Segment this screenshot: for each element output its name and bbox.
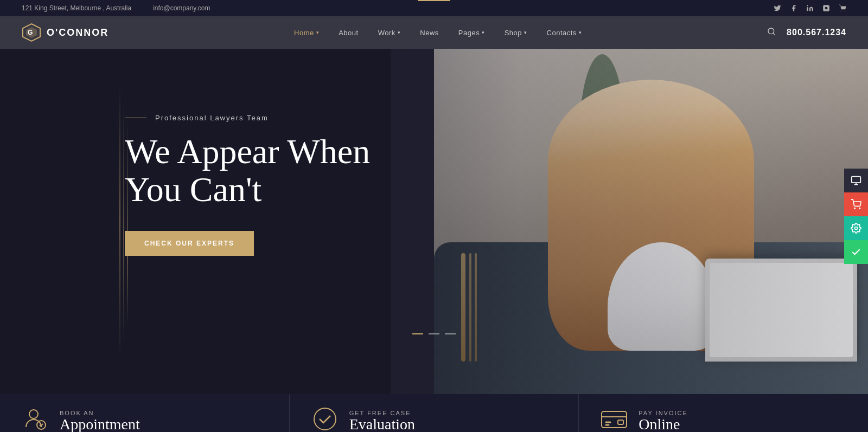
top-bar-left: 121 King Street, Melbourne , Australia i… — [22, 4, 210, 12]
navbar-right: 800.567.1234 — [767, 27, 846, 38]
dot-2[interactable] — [429, 333, 439, 334]
home-arrow: ▾ — [316, 30, 320, 35]
email: info@company.com — [153, 4, 210, 12]
search-icon[interactable] — [767, 27, 776, 38]
pages-arrow: ▾ — [482, 30, 485, 35]
nav-home[interactable]: Home ▾ — [284, 16, 329, 49]
top-bar: 121 King Street, Melbourne , Australia i… — [0, 0, 868, 16]
monitor-icon — [851, 175, 861, 186]
evaluation-text: GET FREE CASE Evaluation — [349, 410, 415, 432]
settings-icon — [851, 223, 861, 234]
brand-name: O'CONNOR — [47, 27, 108, 38]
nav-shop[interactable]: Shop ▾ — [495, 16, 537, 49]
svg-point-8 — [768, 28, 774, 34]
instagram-icon[interactable] — [822, 4, 830, 12]
dot-3[interactable] — [445, 333, 456, 334]
hero-content: Professional Lawyers Team We Appear When… — [125, 114, 370, 256]
right-sidebar — [844, 169, 868, 264]
cart-icon-sidebar — [851, 199, 861, 210]
svg-point-22 — [859, 208, 860, 209]
hero-subtitle: Professional Lawyers Team — [125, 114, 370, 122]
top-separator — [418, 0, 450, 1]
social-icons — [774, 4, 846, 12]
svg-point-3 — [841, 11, 842, 11]
svg-point-4 — [845, 11, 845, 11]
online-text: PAY INVOICE Online — [639, 410, 687, 432]
nav-pages[interactable]: Pages ▾ — [449, 16, 495, 49]
sidebar-monitor-btn[interactable] — [844, 169, 868, 192]
evaluation-icon — [311, 405, 339, 433]
bottom-online[interactable]: PAY INVOICE Online — [579, 394, 868, 432]
work-arrow: ▾ — [398, 30, 401, 35]
nav-work[interactable]: Work ▾ — [368, 16, 411, 49]
appointment-text: BOOK AN Appointment — [60, 410, 140, 432]
svg-rect-17 — [618, 420, 623, 424]
bottom-bar: BOOK AN Appointment GET FREE CASE Evalua… — [0, 394, 868, 432]
sidebar-check-btn[interactable] — [844, 240, 868, 264]
nav-contacts[interactable]: Contacts ▾ — [537, 16, 592, 49]
hero-section: Professional Lawyers Team We Appear When… — [0, 49, 868, 394]
check-icon — [851, 247, 861, 257]
svg-point-0 — [807, 5, 808, 6]
contacts-arrow: ▾ — [579, 30, 582, 35]
navbar-menu: Home ▾ About Work ▾ News Pages ▾ Shop ▾ … — [284, 16, 591, 49]
svg-text:G: G — [28, 29, 34, 36]
svg-point-21 — [854, 208, 856, 209]
sidebar-cart-btn[interactable] — [844, 192, 868, 216]
hero-title: We Appear When You Can't — [125, 133, 370, 209]
svg-line-9 — [773, 33, 775, 35]
dot-1[interactable] — [412, 333, 423, 334]
subtitle-line — [125, 118, 146, 118]
svg-rect-18 — [852, 176, 861, 183]
twitter-icon[interactable] — [774, 4, 781, 12]
nav-about[interactable]: About — [329, 16, 368, 49]
linkedin-icon[interactable] — [806, 4, 814, 12]
shop-arrow: ▾ — [524, 30, 527, 35]
nav-news[interactable]: News — [410, 16, 449, 49]
svg-point-12 — [314, 408, 336, 430]
brand[interactable]: G O'CONNOR — [22, 23, 108, 42]
facebook-icon[interactable] — [790, 4, 797, 12]
address: 121 King Street, Melbourne , Australia — [22, 4, 131, 12]
slider-dots — [412, 333, 456, 334]
brand-icon: G — [22, 23, 41, 42]
navbar: G O'CONNOR Home ▾ About Work ▾ News Page… — [0, 16, 868, 49]
bottom-appointment[interactable]: BOOK AN Appointment — [0, 394, 290, 432]
sidebar-settings-btn[interactable] — [844, 216, 868, 240]
appointment-icon — [22, 405, 49, 433]
phone-number: 800.567.1234 — [787, 28, 846, 37]
cart-icon-topbar[interactable] — [839, 4, 846, 12]
svg-point-23 — [855, 227, 858, 229]
cta-button[interactable]: CHECK OUR EXPERTS — [125, 231, 254, 256]
bottom-evaluation[interactable]: GET FREE CASE Evaluation — [290, 394, 579, 432]
svg-point-10 — [29, 410, 38, 418]
online-icon — [601, 407, 628, 433]
